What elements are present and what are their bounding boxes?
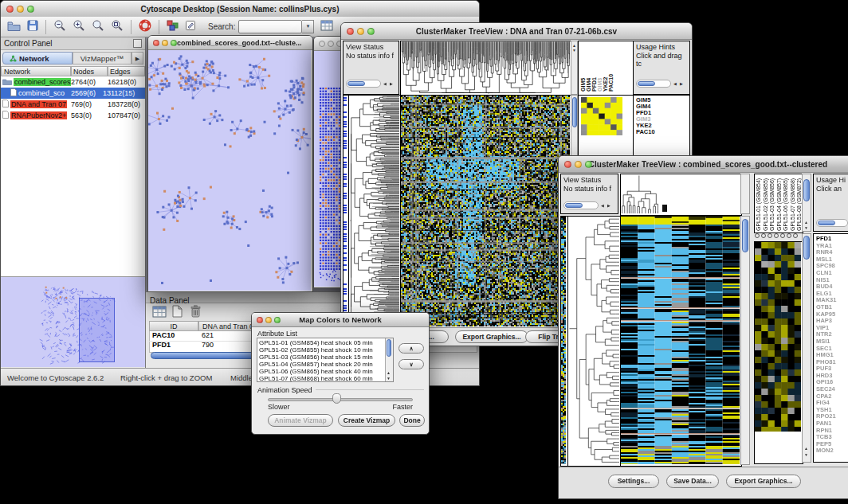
tab-overflow-button[interactable]: ▶ xyxy=(132,52,143,64)
import-table-icon[interactable] xyxy=(320,20,333,34)
gene-label[interactable]: MON2 xyxy=(816,447,848,455)
animate-vizmap-button[interactable]: Animate Vizmap xyxy=(268,414,333,427)
search-dropdown-arrow[interactable]: ▼ xyxy=(302,20,314,33)
move-down-button[interactable]: ∨ xyxy=(398,359,424,369)
close-button[interactable] xyxy=(564,161,571,168)
open-folder-icon[interactable] xyxy=(7,20,21,34)
scroll-left-icon[interactable]: ◀ xyxy=(673,81,677,86)
heatmap-canvas[interactable] xyxy=(621,217,740,464)
row-dendrogram-canvas[interactable] xyxy=(568,217,619,464)
zoom-vscrollbar[interactable]: ▲ ▼ xyxy=(802,233,811,463)
data-col-id[interactable]: ID xyxy=(149,321,198,331)
gene-label[interactable]: PAC10 xyxy=(636,129,689,135)
listbox-vscrollbar[interactable]: ▲ ▼ xyxy=(385,338,393,381)
dendrogram-scroll-strip[interactable]: ▲▼ xyxy=(571,41,578,95)
close-button[interactable] xyxy=(257,317,263,323)
column-label[interactable]: GPL51-04 (GSM857) xyxy=(776,176,783,231)
close-button[interactable] xyxy=(153,40,159,46)
column-label[interactable]: GPL51-03 (GSM856) xyxy=(769,176,776,231)
network-overview-canvas[interactable] xyxy=(1,276,145,367)
search-input[interactable] xyxy=(238,20,302,33)
float-panel-icon[interactable] xyxy=(133,39,142,48)
attribute-listbox[interactable]: GPL51-01 (GSM854) heat shock 05 minGPL51… xyxy=(257,338,394,382)
treeview1-titlebar[interactable]: ClusterMaker TreeView : DNA and Tran 07-… xyxy=(341,23,692,40)
zoom-fit-icon[interactable] xyxy=(92,19,104,35)
minimize-button[interactable] xyxy=(265,317,272,323)
save-data-button[interactable]: Save Data... xyxy=(666,475,719,488)
labels-vscrollbar[interactable]: ▲ ▼ xyxy=(802,174,811,232)
main-titlebar[interactable]: Cytoscape Desktop (Session Name: collins… xyxy=(1,1,479,18)
zoom-button[interactable] xyxy=(171,40,177,46)
scroll-left-icon[interactable]: ◀ xyxy=(383,81,387,86)
minimize-button[interactable] xyxy=(328,41,334,47)
view-status-hscrollbar[interactable] xyxy=(563,201,599,209)
heatmap-vscrollbar[interactable] xyxy=(740,216,750,465)
column-label[interactable]: GIM3 xyxy=(597,44,603,92)
network-row[interactable]: DNA and Tran 07 769(0) 183728(0) xyxy=(1,99,145,110)
column-label[interactable]: GPL51-01 (GSM854) xyxy=(756,176,763,231)
minimize-button[interactable] xyxy=(162,40,168,46)
network-row-selected[interactable]: combined_sco 2569(6) 13112(15) xyxy=(1,88,145,99)
attribute-item[interactable]: GPL51-04 (GSM857) heat shock 20 min xyxy=(257,361,386,368)
row-dendrogram-canvas[interactable] xyxy=(349,96,399,326)
column-dendrogram-canvas[interactable] xyxy=(621,174,740,213)
export-graphics-button[interactable]: Export Graphics... xyxy=(726,475,801,488)
zoom-in-icon[interactable] xyxy=(73,19,85,35)
zoom-button[interactable] xyxy=(585,161,592,168)
save-icon[interactable] xyxy=(27,20,38,34)
vizmapper-icon[interactable] xyxy=(167,20,179,34)
row-dendrogram-panel[interactable] xyxy=(348,95,402,329)
column-label[interactable]: GPL51-07 (GSM868) xyxy=(790,176,797,231)
col-header-network[interactable]: Network xyxy=(1,66,71,76)
network-graph-canvas[interactable] xyxy=(148,50,311,291)
zoom-matrix-canvas[interactable] xyxy=(581,97,622,135)
dendrogram-scroll-strip[interactable] xyxy=(740,174,750,214)
create-vizmap-button[interactable]: Create Vizmap xyxy=(338,414,395,427)
attribute-item[interactable]: GPL51-01 (GSM854) heat shock 05 min xyxy=(257,339,386,346)
attribute-item[interactable]: GPL51-06 (GSM865) heat shock 40 min xyxy=(257,368,386,375)
treeview2-titlebar[interactable]: ClusterMaker TreeView : combined_scores_… xyxy=(559,156,848,173)
column-dendrogram-panel[interactable] xyxy=(400,41,572,96)
scroll-right-icon[interactable]: ▶ xyxy=(390,81,393,86)
zoom-heatmap-panel[interactable] xyxy=(754,241,803,464)
row-dendrogram-panel[interactable] xyxy=(567,216,622,467)
minimize-button[interactable] xyxy=(575,161,582,168)
minimize-button[interactable] xyxy=(17,6,24,13)
animation-slider-thumb[interactable] xyxy=(332,393,341,404)
col-header-nodes[interactable]: Nodes xyxy=(71,66,108,76)
vizmapper-tab[interactable]: VizMapper™ xyxy=(73,52,132,64)
network-tab[interactable]: Network xyxy=(2,52,73,64)
close-button[interactable] xyxy=(319,41,325,47)
column-dendrogram-panel[interactable] xyxy=(620,174,742,216)
dialog-titlebar[interactable]: Map Colors to Network xyxy=(252,313,429,327)
zoom-button[interactable] xyxy=(274,317,281,323)
column-label[interactable]: GPL51-02 (GSM855) xyxy=(763,176,770,231)
column-label[interactable]: PFD1 xyxy=(591,44,597,92)
annotation-icon[interactable] xyxy=(185,20,197,34)
settings-button[interactable]: Settings... xyxy=(608,475,659,488)
close-button[interactable] xyxy=(6,6,14,13)
column-label[interactable]: YKE2 xyxy=(603,44,608,92)
attribute-item[interactable]: GPL51-02 (GSM855) heat shock 10 min xyxy=(257,346,386,354)
column-label[interactable]: GIM4 xyxy=(586,44,591,92)
scroll-right-icon[interactable]: ▶ xyxy=(680,81,683,86)
done-button[interactable]: Done xyxy=(399,414,425,427)
attribute-item[interactable]: GPL51-07 (GSM868) heat shock 60 min xyxy=(257,375,386,382)
zoom-selected-icon[interactable] xyxy=(111,19,124,35)
attribute-item[interactable]: GPL51-03 (GSM856) heat shock 15 min xyxy=(257,354,386,361)
zoom-out-icon[interactable] xyxy=(53,19,66,35)
network-row[interactable]: RNAPuberNov2+ 563(0) 107847(0) xyxy=(1,110,145,121)
column-dendrogram-canvas[interactable] xyxy=(401,41,570,94)
view-status-hscrollbar[interactable] xyxy=(346,80,381,88)
zoom-heatmap-canvas[interactable] xyxy=(755,242,801,432)
network-view-titlebar[interactable]: combined_scores_good.txt--cluste... xyxy=(148,36,312,50)
minimize-button[interactable] xyxy=(357,28,364,35)
scroll-right-icon[interactable]: ▶ xyxy=(607,203,610,208)
delete-trash-icon[interactable] xyxy=(190,305,202,321)
scroll-left-icon[interactable]: ◀ xyxy=(601,203,604,208)
usage-hints-hscrollbar[interactable] xyxy=(636,80,671,88)
heatmap-panel[interactable] xyxy=(400,95,572,329)
table-icon[interactable] xyxy=(152,306,167,321)
col-header-edges[interactable]: Edges xyxy=(108,66,145,76)
export-graphics-button[interactable]: Export Graphics... xyxy=(455,330,528,343)
